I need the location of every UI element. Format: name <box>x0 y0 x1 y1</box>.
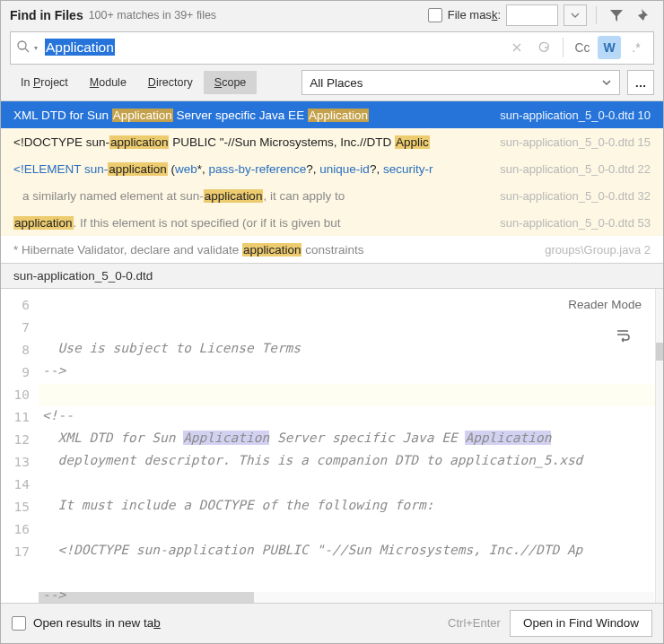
search-bar: ▾ Application Cc W .* <box>10 31 654 65</box>
result-location: sun-application_5_0-0.dtd 22 <box>500 162 651 176</box>
reload-icon[interactable] <box>532 36 555 59</box>
result-row[interactable]: a similarly named element at sun-applica… <box>1 182 663 209</box>
tab-scope[interactable]: Scope <box>204 71 257 94</box>
result-row[interactable]: <!ELEMENT sun-application (web*, pass-by… <box>1 155 663 182</box>
svg-line-1 <box>25 48 29 52</box>
result-location: sun-application_5_0-0.dtd 10 <box>500 109 651 122</box>
tab-project[interactable]: In Project <box>10 71 79 94</box>
shortcut-hint: Ctrl+Enter <box>448 616 501 630</box>
file-mask-checkbox[interactable] <box>428 8 442 22</box>
history-dropdown-icon[interactable]: ▾ <box>34 44 38 52</box>
result-row[interactable]: <!DOCTYPE sun-application PUBLIC "-//Sun… <box>1 128 663 155</box>
svg-point-0 <box>18 41 26 49</box>
dialog-header: Find in Files 100+ matches in 39+ files … <box>1 1 663 30</box>
result-location: sun-application_5_0-0.dtd 53 <box>500 216 651 230</box>
file-mask-dropdown[interactable] <box>564 4 587 26</box>
chevron-down-icon <box>601 77 612 88</box>
result-row[interactable]: * Hibernate Validator, declare and valid… <box>1 236 663 263</box>
results-list: XML DTD for Sun Application Server speci… <box>1 100 663 264</box>
match-summary: 100+ matches in 39+ files <box>89 9 216 22</box>
reader-mode-label[interactable]: Reader Mode <box>568 298 642 311</box>
file-mask-label[interactable]: File mask: <box>428 8 501 22</box>
preview-code[interactable]: Use is subject to License Terms--><!-- X… <box>39 289 663 603</box>
scope-tabs-row: In Project Module Directory Scope All Pl… <box>1 70 663 100</box>
tab-directory[interactable]: Directory <box>137 71 204 94</box>
search-input[interactable]: Application <box>45 39 502 56</box>
tab-module[interactable]: Module <box>79 71 137 94</box>
filter-icon[interactable] <box>606 4 627 26</box>
open-in-find-window-button[interactable]: Open in Find Window <box>510 610 652 637</box>
result-row[interactable]: XML DTD for Sun Application Server speci… <box>1 101 663 128</box>
clear-icon[interactable] <box>505 36 529 59</box>
regex-toggle[interactable]: .* <box>625 36 648 59</box>
scope-more-button[interactable]: … <box>627 70 654 95</box>
file-mask-input[interactable] <box>506 4 558 26</box>
find-in-files-dialog: Find in Files 100+ matches in 39+ files … <box>0 0 664 644</box>
dialog-footer: Open results in new tab Ctrl+Enter Open … <box>1 603 663 643</box>
result-row[interactable]: application. If this element is not spec… <box>1 209 663 236</box>
scope-combo-value: All Places <box>310 76 363 90</box>
pin-icon[interactable] <box>633 4 654 26</box>
whole-word-toggle[interactable]: W <box>598 36 621 59</box>
result-location: sun-application_5_0-0.dtd 15 <box>500 135 651 149</box>
match-case-toggle[interactable]: Cc <box>571 36 594 59</box>
result-location: sun-application_5_0-0.dtd 32 <box>500 189 651 203</box>
preview-pane: 67891011121314151617 Use is subject to L… <box>1 289 663 603</box>
preview-file-label: sun-application_5_0-0.dtd <box>1 264 663 289</box>
scope-combo[interactable]: All Places <box>301 70 620 95</box>
open-in-new-tab-label[interactable]: Open results in new tab <box>12 616 161 631</box>
search-icon <box>16 39 32 56</box>
open-in-new-tab-checkbox[interactable] <box>12 616 26 631</box>
preview-gutter: 67891011121314151617 <box>1 289 39 603</box>
result-location: groups\Group.java 2 <box>545 243 651 257</box>
dialog-title: Find in Files <box>10 8 83 22</box>
